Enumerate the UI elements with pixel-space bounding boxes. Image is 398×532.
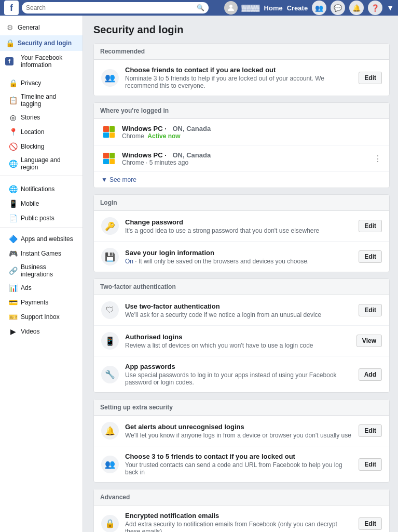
choose-friends-desc: Nominate 3 to 5 friends to help if you a…	[125, 75, 352, 89]
save-login-row: 💾 Save your login information On · It wi…	[94, 242, 389, 272]
sidebar-item-blocking[interactable]: 🚫 Blocking	[0, 139, 83, 154]
app-passwords-add-button[interactable]: Add	[359, 368, 382, 381]
nav-dropdown-icon[interactable]: ▼	[387, 4, 394, 12]
sidebar-item-stories[interactable]: ◎ Stories	[0, 110, 83, 125]
sidebar-item-public-posts[interactable]: 📄 Public posts	[0, 211, 83, 225]
active-now-badge: Active now	[147, 132, 180, 140]
sidebar-item-label: Payments	[21, 299, 48, 306]
windows-icon-1	[101, 151, 117, 166]
device-name-1: Windows PC · ON, Canada	[122, 151, 369, 159]
help-icon[interactable]: ❓	[368, 1, 382, 15]
browser-0: Chrome Active now	[122, 132, 382, 140]
device-options-icon[interactable]: ⋮	[374, 154, 382, 164]
save-login-desc: On · It will only be saved on the browse…	[125, 258, 352, 265]
business-icon: 🔗	[8, 266, 18, 275]
mobile-icon: 📱	[8, 199, 18, 208]
two-factor-card: Two-factor authentication 🛡 Use two-fact…	[93, 278, 390, 393]
sidebar-item-notifications[interactable]: 🌐 Notifications	[0, 182, 83, 196]
sidebar-item-privacy[interactable]: 🔒 Privacy	[0, 76, 83, 90]
trusted-friends-desc: Your trusted contacts can send a code an…	[125, 461, 352, 476]
search-input[interactable]	[26, 4, 197, 11]
sidebar-item-label: Security and login	[18, 39, 72, 47]
sidebar-item-label: Support Inbox	[21, 313, 60, 321]
encrypted-icon: 🔒	[101, 515, 119, 533]
search-bar[interactable]: 🔍	[22, 2, 209, 14]
where-logged-in-header: Where you're logged in	[94, 103, 389, 119]
sidebar-item-support-inbox[interactable]: 🎫 Support Inbox	[0, 310, 83, 324]
sidebar-item-payments[interactable]: 💳 Payments	[0, 295, 83, 310]
choose-friends-edit-button[interactable]: Edit	[359, 72, 382, 84]
key-icon: 🔑	[101, 217, 119, 235]
save-login-edit-button[interactable]: Edit	[359, 250, 382, 263]
sidebar-item-general[interactable]: ⚙ General	[0, 20, 83, 35]
device-row-1: Windows PC · ON, Canada Chrome · 5 minut…	[94, 145, 389, 172]
trusted-friends-edit-button[interactable]: Edit	[359, 458, 382, 471]
create-link[interactable]: Create	[287, 4, 308, 12]
see-more-row[interactable]: ▼ See more	[94, 172, 389, 188]
sidebar-item-label: General	[18, 24, 40, 31]
facebook-logo: f	[4, 1, 19, 15]
windows-icon-0	[101, 124, 117, 140]
sidebar-item-location[interactable]: 📍 Location	[0, 125, 83, 139]
encrypted-emails-row: 🔒 Encrypted notification emails Add extr…	[94, 506, 389, 532]
sidebar-item-label: Timeline and tagging	[21, 93, 77, 108]
use-2fa-title: Use two-factor authentication	[125, 302, 352, 310]
location-icon: 📍	[8, 127, 18, 137]
sidebar-item-instant-games[interactable]: 🎮 Instant Games	[0, 246, 83, 261]
app-passwords-row: 🔧 App passwords Use special passwords to…	[94, 356, 389, 392]
device-icon: 📱	[101, 332, 119, 350]
where-logged-in-card: Where you're logged in Windows PC · ON, …	[93, 102, 390, 188]
sidebar-item-apps-websites[interactable]: 🔷 Apps and websites	[0, 232, 83, 246]
advanced-header: Advanced	[94, 489, 389, 506]
sidebar-item-business-integrations[interactable]: 🔗 Business integrations	[0, 261, 83, 281]
sidebar-item-language-region[interactable]: 🌐 Language and region	[0, 154, 83, 174]
privacy-icon: 🔒	[8, 78, 18, 88]
friends-locked-icon: 👥	[101, 69, 119, 87]
facebook-icon: f	[5, 57, 13, 65]
avatar[interactable]	[224, 1, 238, 15]
support-icon: 🎫	[8, 312, 18, 322]
home-link[interactable]: Home	[264, 4, 283, 12]
save-icon: 💾	[101, 248, 119, 265]
choose-friends-action: Edit	[359, 72, 382, 84]
use-2fa-row: 🛡 Use two-factor authentication We'll as…	[94, 295, 389, 326]
trusted-friends-title: Choose 3 to 5 friends to contact if you …	[125, 453, 352, 460]
bell-icon: 🔔	[101, 422, 119, 440]
sidebar-item-mobile[interactable]: 📱 Mobile	[0, 196, 83, 211]
use-2fa-desc: We'll ask for a security code if we noti…	[125, 311, 352, 318]
sidebar-item-label: Apps and websites	[21, 235, 73, 243]
sidebar-item-ads[interactable]: 📊 Ads	[0, 281, 83, 295]
sidebar-item-your-fb-info[interactable]: f Your Facebook information	[0, 51, 83, 72]
change-password-edit-button[interactable]: Edit	[359, 220, 382, 232]
sidebar: ⚙ General 🔒 Security and login f Your Fa…	[0, 16, 83, 532]
authorised-logins-title: Authorised logins	[125, 333, 350, 341]
sidebar-item-label: Privacy	[21, 79, 41, 87]
gear-icon: ⚙	[5, 23, 15, 32]
encrypted-emails-edit-button[interactable]: Edit	[359, 517, 382, 530]
device-info-1: Windows PC · ON, Canada Chrome · 5 minut…	[122, 151, 369, 166]
messenger-icon[interactable]: 💬	[331, 1, 345, 15]
login-card: Login 🔑 Change password It's a good idea…	[93, 194, 390, 272]
recommended-card: Recommended 👥 Choose friends to contact …	[93, 43, 390, 96]
friends-icon[interactable]: 👥	[312, 1, 326, 15]
sidebar-item-security-login[interactable]: 🔒 Security and login	[0, 35, 83, 51]
alerts-edit-button[interactable]: Edit	[359, 424, 382, 437]
sidebar-item-label: Notifications	[21, 185, 54, 193]
notifications-icon[interactable]: 🔔	[349, 1, 364, 15]
shield-icon: 🛡	[101, 301, 119, 319]
choose-friends-content: Choose friends to contact if you are loc…	[125, 66, 352, 89]
sidebar-item-label: Instant Games	[21, 250, 61, 257]
use-2fa-edit-button[interactable]: Edit	[359, 304, 382, 316]
sidebar-item-label: Your Facebook information	[21, 54, 77, 69]
top-navigation: f 🔍 ▓▓▓▓ Home Create 👥 💬 🔔 ❓ ▼	[0, 0, 398, 16]
alerts-title: Get alerts about unrecognised logins	[125, 423, 352, 431]
trusted-friends-icon: 👥	[101, 456, 119, 473]
authorised-logins-view-button[interactable]: View	[356, 335, 382, 347]
extra-security-card: Setting up extra security 🔔 Get alerts a…	[93, 399, 390, 483]
device-info-0: Windows PC · ON, Canada Chrome Active no…	[122, 125, 382, 140]
language-icon: 🌐	[8, 159, 18, 168]
page-title: Security and login	[93, 24, 390, 36]
sidebar-item-timeline-tagging[interactable]: 📋 Timeline and tagging	[0, 90, 83, 110]
sidebar-item-label: Videos	[21, 328, 39, 335]
sidebar-item-videos[interactable]: ▶ Videos	[0, 324, 83, 339]
